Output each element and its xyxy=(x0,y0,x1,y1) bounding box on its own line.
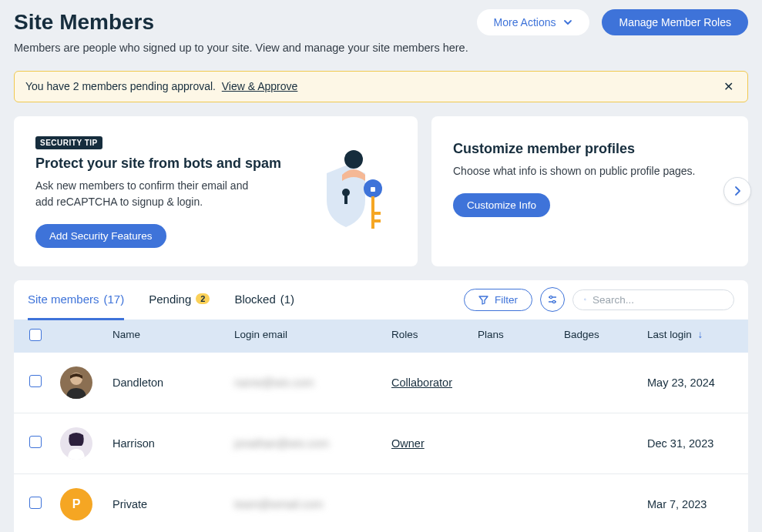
chevron-down-icon xyxy=(563,18,572,27)
svg-rect-4 xyxy=(371,187,375,192)
manage-roles-button[interactable]: Manage Member Roles xyxy=(602,9,748,35)
page-title: Site Members xyxy=(14,10,154,35)
col-name[interactable]: Name xyxy=(112,329,234,343)
svg-point-2 xyxy=(344,150,363,169)
tab-label: Blocked xyxy=(234,293,275,306)
row-checkbox[interactable] xyxy=(29,436,42,448)
row-checkbox[interactable] xyxy=(29,375,42,387)
member-name: Harrison xyxy=(112,437,234,450)
search-input[interactable] xyxy=(592,294,723,306)
tab-label: Site members xyxy=(28,293,99,306)
tab-site-members[interactable]: Site members (17) xyxy=(28,280,124,320)
col-last-login-label: Last login xyxy=(647,329,692,340)
svg-point-9 xyxy=(549,296,552,299)
table-row[interactable]: Harrison jonathan@wix.com Owner Dec 31, … xyxy=(14,413,748,474)
select-all-checkbox[interactable] xyxy=(29,329,42,341)
avatar xyxy=(60,427,92,460)
tab-count: (17) xyxy=(104,293,125,306)
alert-text: You have 2 members pending approval. xyxy=(25,80,216,92)
member-name: Dandleton xyxy=(112,376,234,389)
avatar xyxy=(60,366,92,399)
settings-icon-button[interactable] xyxy=(540,287,565,312)
col-roles[interactable]: Roles xyxy=(391,329,478,343)
pending-badge: 2 xyxy=(196,293,210,304)
view-approve-link[interactable]: View & Approve xyxy=(222,80,298,92)
security-card-desc: Ask new members to confirm their email a… xyxy=(35,178,267,210)
search-input-wrap[interactable] xyxy=(572,289,734,310)
svg-rect-5 xyxy=(371,196,374,229)
role-link[interactable]: Collaborator xyxy=(391,376,452,389)
more-actions-button[interactable]: More Actions xyxy=(477,9,590,35)
col-email[interactable]: Login email xyxy=(234,329,391,343)
svg-rect-7 xyxy=(374,219,381,223)
security-tip-badge: SECURITY TIP xyxy=(35,136,102,149)
customize-card-desc: Choose what info is shown on public prof… xyxy=(453,163,727,179)
tab-pending[interactable]: Pending 2 xyxy=(149,280,210,320)
member-last-login: Dec 31, 2023 xyxy=(647,437,747,450)
sliders-icon xyxy=(547,294,558,305)
member-email: team@wmail.com xyxy=(234,498,323,510)
svg-point-11 xyxy=(552,301,555,303)
members-table-panel: Site members (17) Pending 2 Blocked (1) … xyxy=(14,280,748,532)
table-row[interactable]: Dandleton name@wix.com Collaborator May … xyxy=(14,353,748,413)
chevron-right-icon xyxy=(732,186,743,196)
sort-descending-icon: ↓ xyxy=(698,329,703,340)
customize-profiles-card: Customize member profiles Choose what in… xyxy=(431,116,748,266)
col-badges[interactable]: Badges xyxy=(564,329,647,343)
filter-button[interactable]: Filter xyxy=(464,289,532,311)
svg-point-12 xyxy=(584,299,586,300)
search-icon xyxy=(584,294,586,305)
role-link[interactable]: Owner xyxy=(391,437,425,450)
filter-label: Filter xyxy=(495,294,518,306)
avatar: P xyxy=(60,488,92,520)
member-name: Private xyxy=(112,498,234,510)
carousel-next-button[interactable] xyxy=(723,177,751,205)
table-row[interactable]: P Private team@wmail.com Mar 7, 2023 xyxy=(14,474,748,532)
page-subtitle: Members are people who signed up to your… xyxy=(14,40,476,57)
customize-info-button[interactable]: Customize Info xyxy=(453,193,550,217)
tab-count: (1) xyxy=(280,293,294,306)
member-email: jonathan@wix.com xyxy=(234,437,329,450)
member-last-login: Mar 7, 2023 xyxy=(647,498,747,510)
member-email: name@wix.com xyxy=(234,376,314,389)
col-plans[interactable]: Plans xyxy=(478,329,564,343)
svg-rect-1 xyxy=(344,195,347,204)
security-card-title: Protect your site from bots and spam xyxy=(35,156,281,172)
more-actions-label: More Actions xyxy=(494,16,556,28)
add-security-button[interactable]: Add Security Features xyxy=(35,224,166,248)
row-checkbox[interactable] xyxy=(29,497,42,509)
member-last-login: May 23, 2024 xyxy=(647,376,747,389)
filter-icon xyxy=(478,295,488,305)
close-icon[interactable]: ✕ xyxy=(720,79,737,94)
svg-line-13 xyxy=(586,300,586,301)
pending-approval-alert: You have 2 members pending approval. Vie… xyxy=(14,71,748,102)
svg-rect-6 xyxy=(374,212,381,215)
col-last-login[interactable]: Last login ↓ xyxy=(647,329,747,343)
security-illustration xyxy=(311,142,396,235)
customize-card-title: Customize member profiles xyxy=(453,141,727,157)
tab-blocked[interactable]: Blocked (1) xyxy=(234,280,294,320)
security-tip-card: SECURITY TIP Protect your site from bots… xyxy=(14,116,418,266)
table-header: Name Login email Roles Plans Badges Last… xyxy=(14,320,748,353)
tab-label: Pending xyxy=(149,293,191,306)
